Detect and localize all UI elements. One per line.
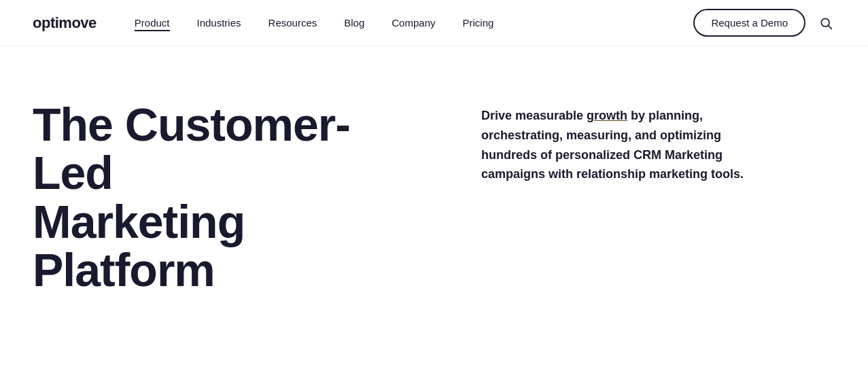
nav-link-company[interactable]: Company — [392, 17, 435, 29]
search-icon — [819, 16, 833, 30]
hero-description-before-growth: Drive measurable — [481, 109, 587, 122]
hero-growth-word: growth — [587, 109, 627, 122]
nav-item-industries[interactable]: Industries — [197, 17, 241, 29]
navbar-left: optimove Product Industries Resources Bl… — [33, 14, 493, 32]
hero-section: The Customer-Led Marketing Platform Driv… — [0, 46, 868, 336]
hero-title-line1: The Customer-Led — [33, 99, 350, 198]
svg-line-1 — [829, 25, 832, 29]
hero-title-line2: Marketing Platform — [33, 196, 245, 296]
nav-link-pricing[interactable]: Pricing — [462, 17, 493, 29]
nav-item-blog[interactable]: Blog — [344, 17, 364, 29]
hero-title: The Customer-Led Marketing Platform — [33, 101, 427, 295]
nav-link-resources[interactable]: Resources — [268, 17, 317, 29]
nav-item-pricing[interactable]: Pricing — [462, 17, 493, 29]
navbar: optimove Product Industries Resources Bl… — [0, 0, 868, 46]
nav-item-company[interactable]: Company — [392, 17, 435, 29]
nav-links: Product Industries Resources Blog Compan… — [135, 17, 494, 29]
nav-link-industries[interactable]: Industries — [197, 17, 241, 29]
navbar-right: Request a Demo — [693, 9, 835, 37]
search-button[interactable] — [816, 14, 835, 33]
nav-link-product[interactable]: Product — [135, 17, 170, 31]
request-demo-button[interactable]: Request a Demo — [693, 9, 805, 37]
nav-link-blog[interactable]: Blog — [344, 17, 364, 29]
logo[interactable]: optimove — [33, 14, 97, 32]
nav-item-resources[interactable]: Resources — [268, 17, 317, 29]
hero-right: Drive measurable growth by planning, orc… — [481, 101, 780, 184]
hero-left: The Customer-Led Marketing Platform — [33, 101, 427, 295]
nav-item-product[interactable]: Product — [135, 17, 170, 29]
hero-description: Drive measurable growth by planning, orc… — [481, 106, 780, 184]
